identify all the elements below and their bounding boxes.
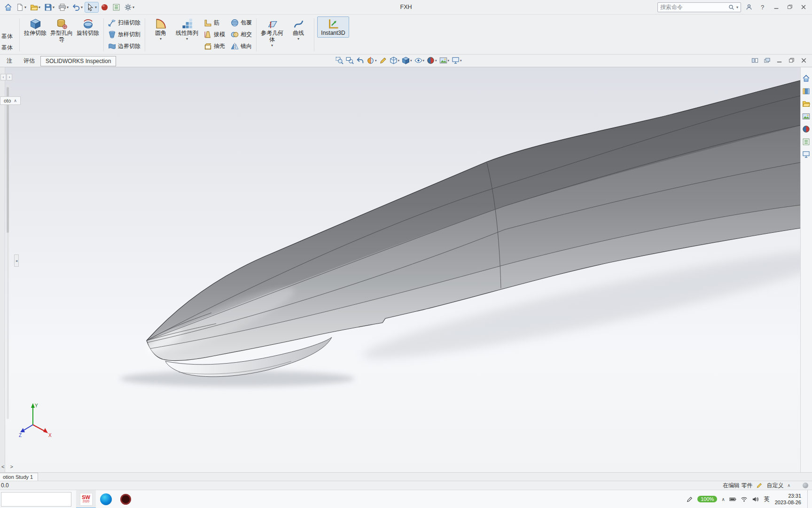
doc-minimize-icon[interactable] — [776, 56, 785, 64]
taskbar-search-box[interactable] — [1, 492, 71, 507]
battery-widget[interactable]: 100% — [697, 496, 717, 502]
undo-icon[interactable]: ▾ — [71, 2, 84, 12]
next-arrow[interactable]: > — [10, 464, 13, 469]
doc-restore-icon[interactable] — [788, 56, 797, 64]
hole-wizard-button[interactable]: 异型孔向导 — [49, 16, 74, 44]
recorder-app[interactable] — [116, 490, 135, 508]
reference-geometry-button[interactable]: 参考几何体 ▾ — [259, 16, 285, 48]
section-view-icon[interactable]: ▾ — [366, 56, 378, 65]
pen-input-icon[interactable] — [686, 496, 693, 503]
panel-back-arrow[interactable]: ‹ — [0, 74, 6, 80]
performance-icon[interactable] — [99, 2, 110, 12]
solidworks-app[interactable]: SW 2020 — [76, 490, 96, 508]
cut-features-group: 拉伸切除 异型孔向导 旋转切除 — [21, 16, 102, 54]
resource-monitor-icon — [803, 483, 808, 488]
mirror-button[interactable]: 镜向 — [229, 40, 254, 52]
clipped-ribbon-buttons: 基体 基体 — [0, 16, 18, 54]
flyout-label: oto — [4, 98, 11, 103]
group-separator — [145, 18, 145, 51]
clipped-label: 基体 — [1, 32, 13, 40]
view-orientation-icon[interactable]: ▾ — [389, 56, 401, 65]
new-icon[interactable]: ▾ — [15, 2, 28, 12]
custom-properties-icon[interactable] — [802, 137, 811, 146]
tree-scrollbar[interactable] — [7, 84, 9, 419]
units-expand-icon[interactable]: ∧ — [787, 483, 790, 488]
forum-icon[interactable] — [802, 150, 811, 159]
window-split-icon[interactable] — [751, 56, 760, 64]
network-icon[interactable] — [741, 496, 748, 503]
previous-view-icon[interactable] — [355, 56, 365, 65]
viewport-bottom-arrows: < > — [1, 464, 13, 469]
save-icon[interactable]: ▾ — [43, 2, 56, 12]
boundary-cut-button[interactable]: 边界切除 — [106, 40, 142, 52]
restore-icon — [787, 4, 793, 10]
options-icon[interactable]: ▾ — [123, 2, 136, 12]
graphics-viewport[interactable]: Y X Z ‹ › oto ∧ ◂ < > — [0, 67, 812, 472]
flyout-collapse-icon[interactable]: ∧ — [14, 98, 17, 103]
apply-scene-icon[interactable]: ▾ — [438, 56, 451, 65]
tab-fragment[interactable]: 注 — [1, 55, 18, 67]
doc-close-icon[interactable] — [800, 56, 809, 64]
search-icon[interactable] — [728, 4, 734, 10]
edit-appearance-icon[interactable]: ▾ — [426, 56, 438, 65]
taskbar-clock[interactable]: 23:31 2023-08-26 — [775, 492, 801, 506]
annotation-pencil-icon — [756, 482, 763, 489]
annotation-views-icon[interactable] — [378, 56, 388, 65]
display-style-icon[interactable]: ▾ — [401, 56, 413, 65]
fillet-button[interactable]: 圆角 ▾ — [148, 16, 173, 42]
help-button[interactable]: ? — [757, 2, 768, 12]
tab-evaluate[interactable]: 评估 — [18, 55, 40, 67]
swept-cut-button[interactable]: 扫描切除 — [106, 17, 142, 29]
list-icon[interactable] — [111, 2, 122, 12]
appearances-icon[interactable] — [802, 125, 811, 134]
titlebar: ▾ ▾ ▾ ▾ ▾ ▾ — [0, 0, 812, 15]
zoom-area-icon[interactable] — [345, 56, 355, 65]
instant3d-button[interactable]: Instant3D — [317, 16, 349, 38]
design-library-icon[interactable] — [802, 87, 811, 95]
hide-show-items-icon[interactable]: ▾ — [414, 56, 426, 65]
linear-pattern-button[interactable]: 线性阵列 ▾ — [174, 16, 200, 42]
lofted-cut-button[interactable]: 放样切割 — [106, 29, 142, 40]
window-tabs-icon[interactable] — [764, 56, 773, 64]
shell-button[interactable]: 抽壳 — [202, 40, 227, 52]
command-search-box[interactable]: 搜索命令 ▾ — [657, 2, 741, 12]
edge-app[interactable] — [96, 490, 116, 508]
search-caret-icon[interactable]: ▾ — [736, 5, 738, 9]
intersect-button[interactable]: 相交 — [229, 29, 254, 40]
view-settings-icon[interactable]: ▾ — [451, 56, 463, 65]
show-desktop-button[interactable] — [807, 490, 810, 508]
tab-solidworks-inspection[interactable]: SOLIDWORKS Inspection — [40, 56, 116, 66]
select-icon[interactable]: ▾ — [85, 2, 98, 12]
file-explorer-icon[interactable] — [802, 99, 811, 108]
tree-scrollbar-thumb[interactable] — [7, 87, 9, 233]
panel-forward-arrow[interactable]: › — [7, 74, 12, 80]
wrap-button[interactable]: 包覆 — [229, 17, 254, 29]
motion-study-bar: otion Study 1 — [0, 472, 812, 481]
print-icon[interactable]: ▾ — [57, 2, 70, 12]
draft-button[interactable]: 拔模 — [202, 29, 227, 40]
prev-arrow[interactable]: < — [1, 464, 4, 469]
ime-indicator[interactable]: 英 — [763, 495, 771, 503]
taskpane-home-icon[interactable] — [802, 74, 811, 83]
revolved-cut-button[interactable]: 旋转切除 — [75, 16, 101, 38]
panel-nav-arrows: ‹ › — [0, 74, 12, 80]
feature-tree-flyout[interactable]: oto ∧ — [0, 96, 21, 105]
custom-units-label[interactable]: 自定义 — [766, 482, 783, 490]
user-account-button[interactable] — [743, 2, 755, 12]
open-icon[interactable]: ▾ — [29, 2, 42, 12]
zoom-fit-icon[interactable] — [335, 56, 344, 65]
home-icon[interactable] — [3, 2, 14, 12]
rib-button[interactable]: 筋 — [202, 17, 221, 29]
panel-splitter-handle[interactable]: ◂ — [14, 254, 19, 267]
app-restore-button[interactable] — [784, 2, 796, 12]
tray-expand-icon[interactable]: ∧ — [721, 497, 725, 502]
battery-icon[interactable] — [729, 496, 736, 503]
model-3d[interactable]: Y X Z — [0, 67, 812, 472]
app-close-button[interactable] — [797, 2, 809, 12]
volume-icon[interactable] — [752, 496, 759, 503]
view-palette-icon[interactable] — [802, 112, 811, 121]
app-minimize-button[interactable] — [770, 2, 782, 12]
motion-study-tab[interactable]: otion Study 1 — [0, 473, 38, 481]
curves-button[interactable]: 曲线 ▾ — [286, 16, 311, 42]
extruded-cut-button[interactable]: 拉伸切除 — [23, 16, 48, 38]
